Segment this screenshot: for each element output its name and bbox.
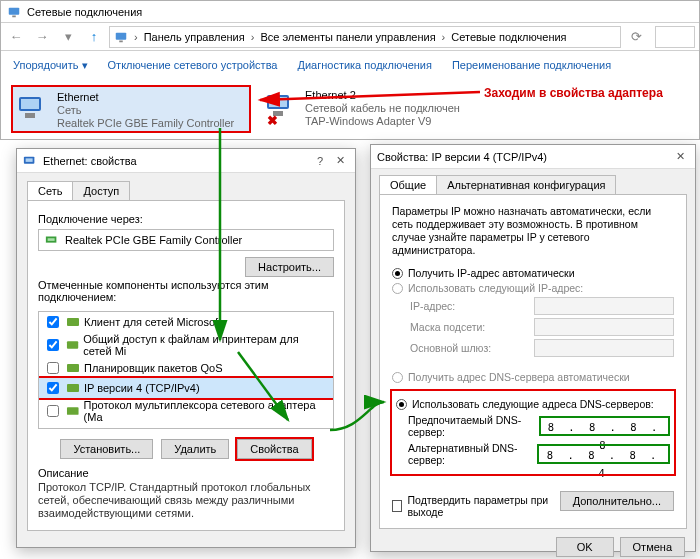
svg-rect-17 bbox=[67, 384, 79, 392]
uninstall-button[interactable]: Удалить bbox=[161, 439, 229, 459]
eth-titlebar: Ethernet: свойства ? ✕ bbox=[17, 149, 355, 173]
svg-rect-18 bbox=[67, 407, 79, 415]
network-icon bbox=[114, 30, 128, 44]
adapter-name: Ethernet bbox=[57, 91, 234, 104]
component-label: Протокол мультиплексора сетевого адаптер… bbox=[84, 399, 329, 423]
connect-using-label: Подключение через: bbox=[38, 213, 334, 225]
adapter-status: Сетевой кабель не подключен bbox=[305, 102, 460, 115]
component-label: Драйвер протокола LLDP (Майкрософт) bbox=[84, 428, 288, 429]
component-item[interactable]: Протокол мультиплексора сетевого адаптер… bbox=[39, 398, 333, 424]
adapter-device: TAP-Windows Adapter V9 bbox=[305, 115, 460, 128]
checkbox-icon bbox=[392, 500, 402, 512]
component-item[interactable]: Драйвер протокола LLDP (Майкрософт) bbox=[39, 424, 333, 429]
protocol-icon bbox=[66, 427, 80, 429]
up-button[interactable]: ↑ bbox=[83, 26, 105, 48]
dns-pref-field[interactable]: 8 . 8 . 8 . 8 bbox=[539, 416, 670, 436]
dns-manual-group: Использовать следующие адреса DNS-сервер… bbox=[392, 391, 674, 474]
protocol-icon bbox=[66, 361, 80, 375]
tab-sharing[interactable]: Доступ bbox=[72, 181, 130, 200]
tab-network[interactable]: Сеть bbox=[27, 181, 73, 200]
breadcrumb-bar[interactable]: › Панель управления › Все элементы панел… bbox=[109, 26, 621, 48]
eth-title-text: Ethernet: свойства bbox=[43, 155, 137, 167]
ip-paragraph: Параметры IP можно назначать автоматичес… bbox=[392, 205, 674, 257]
gateway-label: Основной шлюз: bbox=[410, 342, 491, 354]
connect-using-field[interactable]: Realtek PCIe GBE Family Controller bbox=[38, 229, 334, 251]
component-checkbox[interactable] bbox=[47, 428, 59, 429]
network-icon bbox=[7, 5, 21, 19]
component-checkbox[interactable] bbox=[47, 316, 59, 328]
adapter-ethernet[interactable]: Ethernet Сеть Realtek PCIe GBE Family Co… bbox=[11, 85, 251, 133]
dns-alt-field[interactable]: 8 . 8 . 8 . 4 bbox=[537, 444, 670, 464]
refresh-button[interactable]: ⟳ bbox=[625, 26, 647, 48]
component-label: Планировщик пакетов QoS bbox=[84, 362, 223, 374]
adapter-name: Ethernet 2 bbox=[305, 89, 460, 102]
component-checkbox[interactable] bbox=[47, 382, 59, 394]
configure-button[interactable]: Настроить... bbox=[245, 257, 334, 277]
forward-button: → bbox=[31, 26, 53, 48]
component-checkbox[interactable] bbox=[47, 362, 59, 374]
ip-titlebar: Свойства: IP версии 4 (TCP/IPv4) ✕ bbox=[371, 145, 695, 169]
nc-title-text: Сетевые подключения bbox=[27, 6, 142, 18]
advanced-button[interactable]: Дополнительно... bbox=[560, 491, 674, 511]
ip-title-text: Свойства: IP версии 4 (TCP/IPv4) bbox=[377, 151, 547, 163]
nc-toolbar: Упорядочить ▾ Отключение сетевого устрой… bbox=[1, 51, 699, 79]
chevron-right-icon: › bbox=[440, 31, 448, 43]
ethernet-properties-dialog: Ethernet: свойства ? ✕ Сеть Доступ Подкл… bbox=[16, 148, 356, 548]
install-button[interactable]: Установить... bbox=[60, 439, 153, 459]
description-label: Описание bbox=[38, 467, 334, 479]
help-button[interactable]: ? bbox=[311, 153, 329, 169]
breadcrumb-item[interactable]: Сетевые подключения bbox=[451, 31, 566, 43]
cancel-button[interactable]: Отмена bbox=[620, 537, 685, 557]
svg-rect-0 bbox=[9, 7, 20, 14]
close-button[interactable]: ✕ bbox=[331, 153, 349, 169]
tab-alternate[interactable]: Альтернативная конфигурация bbox=[436, 175, 616, 194]
chevron-right-icon: › bbox=[249, 31, 257, 43]
ok-button[interactable]: OK bbox=[556, 537, 614, 557]
components-list[interactable]: Клиент для сетей MicrosoftОбщий доступ к… bbox=[38, 311, 334, 429]
nc-titlebar: Сетевые подключения bbox=[1, 1, 699, 23]
gateway-field bbox=[534, 339, 674, 357]
breadcrumb-item[interactable]: Панель управления bbox=[144, 31, 245, 43]
search-input[interactable] bbox=[655, 26, 695, 48]
component-checkbox[interactable] bbox=[47, 405, 59, 417]
svg-rect-5 bbox=[21, 99, 39, 109]
connect-using-value: Realtek PCIe GBE Family Controller bbox=[65, 234, 242, 246]
radio-ip-manual[interactable]: Использовать следующий IP-адрес: bbox=[392, 282, 674, 294]
adapter-icon bbox=[17, 91, 51, 125]
ip-address-field bbox=[534, 297, 674, 315]
adapter-status: Сеть bbox=[57, 104, 234, 117]
svg-rect-3 bbox=[119, 40, 123, 42]
annotation-text: Заходим в свойства адаптера bbox=[484, 86, 663, 100]
close-button[interactable]: ✕ bbox=[671, 149, 689, 165]
components-label: Отмеченные компоненты используются этим … bbox=[38, 279, 334, 303]
rename-button[interactable]: Переименование подключения bbox=[452, 59, 611, 71]
tab-general[interactable]: Общие bbox=[379, 175, 437, 194]
svg-rect-14 bbox=[67, 318, 79, 326]
radio-dns-auto[interactable]: Получить адрес DNS-сервера автоматически bbox=[392, 371, 674, 383]
component-item[interactable]: IP версии 4 (TCP/IPv4) bbox=[39, 378, 333, 398]
svg-rect-11 bbox=[26, 158, 33, 162]
properties-button[interactable]: Свойства bbox=[237, 439, 311, 459]
organize-menu[interactable]: Упорядочить ▾ bbox=[13, 59, 88, 72]
history-dropdown[interactable]: ▾ bbox=[57, 26, 79, 48]
protocol-icon bbox=[66, 315, 80, 329]
diagnose-button[interactable]: Диагностика подключения bbox=[297, 59, 431, 71]
eth-tabs: Сеть Доступ bbox=[27, 181, 345, 200]
component-item[interactable]: Общий доступ к файлам и принтерам для се… bbox=[39, 332, 333, 358]
svg-rect-13 bbox=[48, 238, 55, 241]
disable-device-button[interactable]: Отключение сетевого устройства bbox=[108, 59, 278, 71]
network-connections-window: Сетевые подключения ← → ▾ ↑ › Панель упр… bbox=[0, 0, 700, 140]
component-item[interactable]: Планировщик пакетов QoS bbox=[39, 358, 333, 378]
adapter-icon bbox=[23, 154, 37, 168]
radio-dns-manual[interactable]: Использовать следующие адреса DNS-сервер… bbox=[396, 398, 670, 410]
component-checkbox[interactable] bbox=[47, 339, 59, 351]
adapter-ethernet2[interactable]: Ethernet 2 Сетевой кабель не подключен T… bbox=[261, 85, 501, 133]
svg-rect-15 bbox=[67, 341, 78, 349]
validate-on-exit-row[interactable]: Подтвердить параметры при выходе bbox=[392, 494, 560, 518]
radio-ip-auto[interactable]: Получить IP-адрес автоматически bbox=[392, 267, 674, 279]
component-item[interactable]: Клиент для сетей Microsoft bbox=[39, 312, 333, 332]
breadcrumb-item[interactable]: Все элементы панели управления bbox=[260, 31, 435, 43]
adapter-device: Realtek PCIe GBE Family Controller bbox=[57, 117, 234, 130]
back-button[interactable]: ← bbox=[5, 26, 27, 48]
disconnected-x-icon: ✖ bbox=[267, 113, 278, 128]
